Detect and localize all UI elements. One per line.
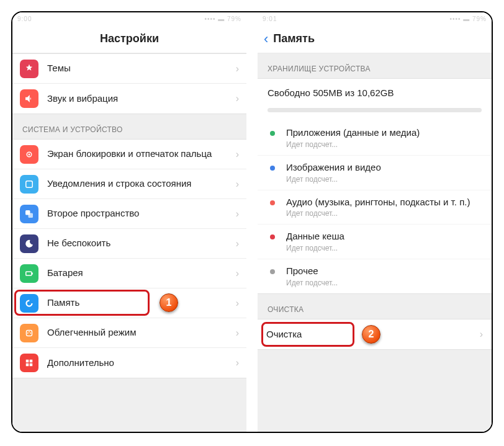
annotation-badge-1: 1: [160, 293, 178, 312]
category-sub: Идет подсчет...: [286, 244, 482, 252]
lite-mode-icon: [20, 324, 38, 342]
svg-rect-13: [30, 360, 33, 363]
row-label: Батарея: [47, 267, 232, 279]
svg-rect-8: [27, 330, 32, 336]
additional-icon: [20, 354, 38, 372]
row-dnd[interactable]: Не беспокоить ›: [12, 229, 246, 259]
settings-content: Темы › Звук и вибрация › СИСТЕМА И УСТРО…: [12, 53, 246, 433]
category-name: Приложения (данные и медиа): [286, 127, 482, 139]
row-lite-mode[interactable]: Облегченный режим ›: [12, 318, 246, 348]
category-dot: [270, 131, 275, 136]
memory-content: ХРАНИЛИЩЕ УСТРОЙСТВА Свободно 505MB из 1…: [258, 53, 492, 433]
category-texts: Прочее Идет подсчет...: [286, 265, 482, 287]
fingerprint-icon: [20, 145, 38, 164]
notifications-icon: [20, 175, 38, 194]
chevron-right-icon: ›: [480, 329, 483, 340]
chevron-right-icon: ›: [236, 238, 239, 249]
row-notifications[interactable]: Уведомления и строка состояния ›: [12, 169, 246, 199]
chevron-right-icon: ›: [236, 149, 239, 160]
annotation-badge-2: 2: [362, 325, 380, 344]
row-lockscreen[interactable]: Экран блокировки и отпечаток пальца ›: [12, 140, 246, 169]
row-label: Дополнительно: [47, 357, 232, 369]
status-time: 9:00: [17, 16, 32, 22]
category-name: Данные кеша: [286, 231, 482, 243]
category-dot: [270, 234, 275, 239]
chevron-right-icon: ›: [236, 328, 239, 339]
status-bar: 9:00 •••• ▬ 79%: [12, 12, 246, 25]
svg-point-11: [30, 332, 31, 334]
chevron-right-icon: ›: [236, 208, 239, 220]
category-name: Прочее: [286, 265, 482, 277]
page-title: Настройки: [100, 32, 159, 45]
battery-icon: [20, 264, 38, 283]
row-label: Облегченный режим: [47, 327, 232, 339]
status-bar: 9:01 •••• ▬ 79%: [258, 12, 492, 25]
category-cache[interactable]: Данные кеша Идет подсчет...: [258, 225, 492, 259]
row-memory[interactable]: Память › 1: [12, 288, 246, 318]
svg-point-10: [27, 332, 29, 334]
svg-rect-2: [26, 181, 33, 187]
category-images[interactable]: Изображения и видео Идет подсчет...: [258, 156, 492, 190]
navbar: Настройки: [12, 25, 246, 53]
chevron-right-icon: ›: [236, 179, 239, 190]
row-label: Не беспокоить: [47, 238, 232, 249]
category-sub: Идет подсчет...: [286, 279, 482, 287]
section-header-clean: ОЧИСТКА: [258, 294, 492, 319]
chevron-right-icon: ›: [236, 357, 239, 368]
category-dot: [270, 200, 275, 205]
row-sound[interactable]: Звук и вибрация ›: [12, 84, 246, 114]
row-label: Звук и вибрация: [47, 93, 232, 105]
category-name: Аудио (музыка, рингтоны, подкасты и т. п…: [286, 197, 482, 208]
status-time: 9:01: [263, 16, 277, 22]
category-apps[interactable]: Приложения (данные и медиа) Идет подсчет…: [258, 121, 492, 156]
page-title: Память: [273, 32, 315, 45]
category-dot: [270, 269, 275, 274]
row-additional[interactable]: Дополнительно ›: [12, 348, 246, 378]
svg-point-9: [29, 331, 30, 332]
svg-rect-6: [32, 272, 34, 274]
svg-rect-15: [30, 363, 33, 367]
screenshots-pair: 9:00 •••• ▬ 79% Настройки Темы ›: [11, 11, 493, 433]
category-texts: Изображения и видео Идет подсчет...: [286, 162, 482, 184]
settings-group-2: Экран блокировки и отпечаток пальца › Ув…: [12, 139, 246, 378]
category-dot: [270, 166, 275, 171]
phone-right: 9:01 •••• ▬ 79% ‹ Память ХРАНИЛИЩЕ УСТРО…: [258, 12, 492, 433]
svg-point-1: [29, 153, 30, 155]
category-sub: Идет подсчет...: [286, 175, 482, 184]
category-sub: Идет подсчет...: [286, 209, 482, 218]
row-label: Экран блокировки и отпечаток пальца: [47, 148, 232, 160]
storage-free-text: Свободно 505MB из 10,62GB: [258, 79, 492, 102]
status-right: •••• ▬ 79%: [449, 16, 487, 22]
memory-icon: [20, 294, 38, 313]
category-audio[interactable]: Аудио (музыка, рингтоны, подкасты и т. п…: [258, 190, 492, 225]
category-texts: Приложения (данные и медиа) Идет подсчет…: [286, 127, 482, 149]
dnd-icon: [20, 234, 38, 253]
back-button[interactable]: ‹: [264, 31, 268, 47]
row-label: Уведомления и строка состояния: [47, 178, 232, 190]
sound-icon: [20, 89, 38, 108]
row-label: Темы: [47, 63, 232, 74]
category-other[interactable]: Прочее Идет подсчет...: [258, 259, 492, 293]
chevron-right-icon: ›: [236, 298, 239, 309]
chevron-right-icon: ›: [236, 93, 239, 104]
row-label: Память: [47, 297, 232, 309]
row-battery[interactable]: Батарея ›: [12, 259, 246, 288]
category-texts: Данные кеша Идет подсчет...: [286, 231, 482, 252]
chevron-right-icon: ›: [236, 63, 239, 74]
navbar: ‹ Память: [258, 25, 492, 53]
phone-left: 9:00 •••• ▬ 79% Настройки Темы ›: [12, 12, 246, 433]
row-themes[interactable]: Темы ›: [12, 54, 246, 84]
section-header-system: СИСТЕМА И УСТРОЙСТВО: [12, 114, 246, 139]
storage-bar: [268, 108, 482, 112]
svg-point-7: [27, 300, 32, 306]
svg-rect-12: [26, 360, 29, 363]
second-space-icon: [20, 205, 38, 223]
settings-group-1: Темы › Звук и вибрация ›: [12, 53, 246, 114]
section-header-storage: ХРАНИЛИЩЕ УСТРОЙСТВА: [258, 53, 492, 78]
svg-rect-14: [26, 363, 29, 367]
category-texts: Аудио (музыка, рингтоны, подкасты и т. п…: [286, 197, 482, 218]
row-second-space[interactable]: Второе пространство ›: [12, 199, 246, 229]
category-name: Изображения и видео: [286, 162, 482, 174]
row-label: Второе пространство: [47, 208, 232, 220]
row-cleanup[interactable]: Очистка › 2: [258, 319, 492, 350]
